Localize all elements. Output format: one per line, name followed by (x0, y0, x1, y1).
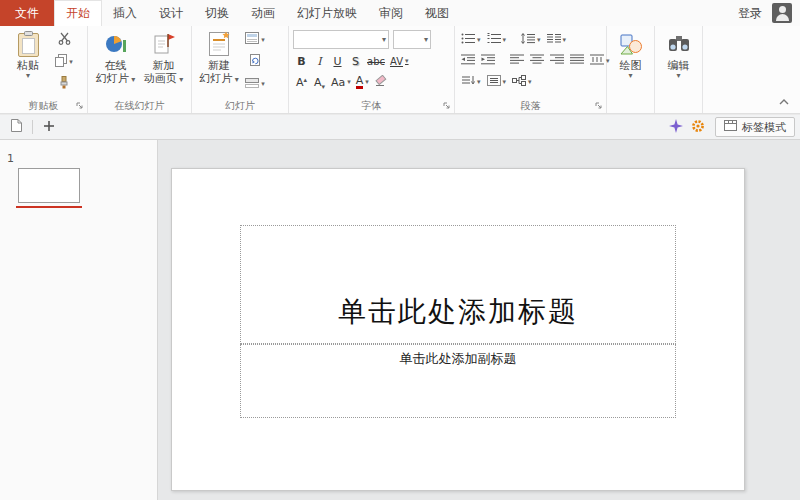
add-slide-quick-button[interactable] (38, 117, 60, 137)
grow-font-button[interactable]: A (293, 73, 310, 91)
new-slide-icon (208, 30, 230, 58)
paragraph-dialog-launcher[interactable] (593, 100, 603, 110)
strikethrough-button[interactable]: abc (365, 52, 387, 70)
text-direction-button[interactable] (459, 73, 483, 91)
user-avatar[interactable] (772, 3, 792, 23)
new-animation-page-label: 新加 动画页 (144, 59, 184, 86)
bold-button[interactable]: B (293, 52, 310, 70)
online-slides-chart-icon (104, 30, 128, 58)
font-name-select[interactable] (293, 30, 389, 49)
align-left-button[interactable] (508, 52, 526, 70)
online-slides-label-line1: 在线 (105, 59, 127, 72)
editor-canvas: 单击此处添加标题 单击此处添加副标题 (158, 140, 800, 500)
clipboard-group-label: 剪贴板 (29, 99, 59, 113)
bullets-button[interactable] (459, 31, 483, 49)
ribbon: 粘贴 剪贴板 (0, 26, 800, 114)
tab-insert[interactable]: 插入 (102, 0, 148, 26)
subtitle-placeholder[interactable]: 单击此处添加副标题 (240, 344, 676, 418)
align-left-icon (510, 54, 524, 68)
document-page-button[interactable] (5, 117, 27, 137)
new-slide-button[interactable]: 新建 幻灯片 (196, 27, 242, 98)
align-right-button[interactable] (548, 52, 566, 70)
font-size-select[interactable] (393, 30, 431, 49)
font-dialog-launcher[interactable] (441, 100, 451, 110)
clipboard-group: 粘贴 剪贴板 (0, 26, 88, 113)
reset-slide-button[interactable] (243, 51, 267, 72)
align-center-button[interactable] (528, 52, 546, 70)
slides-group-label: 幻灯片 (225, 99, 255, 113)
menubar-spacer (460, 0, 730, 26)
title-placeholder[interactable]: 单击此处添加标题 (240, 225, 676, 344)
editing-dropdown-caret (676, 72, 680, 79)
columns-icon (547, 33, 561, 47)
tab-transitions[interactable]: 切换 (194, 0, 240, 26)
font-color-button[interactable]: A (354, 73, 371, 91)
new-slide-label: 新建 幻灯片 (199, 59, 239, 86)
decrease-indent-button[interactable] (459, 52, 477, 70)
align-center-icon (530, 54, 544, 68)
new-slide-label-line1: 新建 (208, 59, 230, 72)
tab-mode-button[interactable]: 标签模式 (715, 117, 795, 137)
text-shadow-button[interactable]: S (347, 52, 364, 70)
tab-review[interactable]: 审阅 (368, 0, 414, 26)
slide-1-thumbnail[interactable] (18, 168, 80, 203)
line-spacing-icon (521, 33, 535, 47)
editing-button[interactable]: 编辑 (656, 27, 701, 113)
plugin-wand-button[interactable] (665, 117, 687, 137)
paste-clipboard-icon (17, 30, 40, 58)
slide-layout-button[interactable] (243, 29, 267, 50)
justify-button[interactable] (568, 52, 586, 70)
change-case-button[interactable]: Aa (329, 73, 353, 91)
tab-view[interactable]: 视图 (414, 0, 460, 26)
online-slides-group: 在线 幻灯片 新加 动画页 在线幻灯片 (88, 26, 192, 113)
indent-increase-icon (481, 54, 495, 68)
columns-button[interactable] (545, 31, 569, 49)
settings-gear-button[interactable] (687, 117, 709, 137)
italic-button[interactable]: I (311, 52, 328, 70)
tab-slideshow[interactable]: 幻灯片放映 (286, 0, 368, 26)
clipboard-dialog-launcher[interactable] (74, 100, 84, 110)
online-slides-button[interactable]: 在线 幻灯片 (93, 27, 139, 98)
find-binoculars-icon (667, 30, 691, 58)
drawing-button[interactable]: 绘图 (608, 27, 653, 113)
shrink-font-button[interactable]: A (311, 73, 328, 91)
section-button[interactable] (243, 73, 267, 94)
indent-decrease-icon (461, 54, 475, 68)
cut-button[interactable] (52, 29, 76, 50)
copy-button[interactable] (52, 51, 76, 72)
reset-slide-icon (248, 54, 262, 69)
character-spacing-button[interactable]: AV (388, 52, 411, 70)
new-animation-label-line1: 新加 (153, 59, 175, 72)
tab-design[interactable]: 设计 (148, 0, 194, 26)
collapse-ribbon-button[interactable] (775, 94, 793, 108)
drawing-shapes-icon (619, 30, 643, 58)
copy-icon (55, 54, 67, 70)
tab-home[interactable]: 开始 (54, 0, 102, 26)
line-spacing-button[interactable] (519, 31, 543, 49)
new-animation-label-line2: 动画页 (144, 72, 184, 85)
magic-star-icon (669, 119, 683, 136)
tab-animations[interactable]: 动画 (240, 0, 286, 26)
login-button[interactable]: 登录 (730, 0, 770, 26)
content-area: 1 单击此处添加标题 单击此处添加副标题 (0, 140, 800, 500)
new-animation-page-button[interactable]: 新加 动画页 (141, 27, 187, 98)
drawing-dropdown-caret (628, 72, 632, 79)
new-animation-flag-icon (152, 30, 176, 58)
slide-editing-area[interactable]: 单击此处添加标题 单击此处添加副标题 (171, 168, 745, 491)
numbering-button[interactable] (485, 31, 509, 49)
paste-button[interactable]: 粘贴 (5, 27, 51, 98)
cut-scissors-icon (58, 32, 71, 48)
section-icon (245, 76, 259, 91)
underline-button[interactable]: U (329, 52, 346, 70)
page-icon (11, 119, 22, 135)
online-slides-label-line2: 幻灯片 (96, 72, 136, 85)
convert-to-smartart-button[interactable] (510, 73, 534, 91)
align-text-button[interactable] (485, 73, 509, 91)
format-painter-button[interactable] (52, 73, 76, 94)
slide-thumbnail-entry[interactable]: 1 (0, 152, 157, 208)
selected-slide-indicator (16, 206, 82, 208)
increase-indent-button[interactable] (479, 52, 497, 70)
clear-formatting-button[interactable] (372, 73, 389, 91)
file-tab[interactable]: 文件 (0, 0, 54, 26)
shrink-arrow-icon (322, 76, 326, 89)
